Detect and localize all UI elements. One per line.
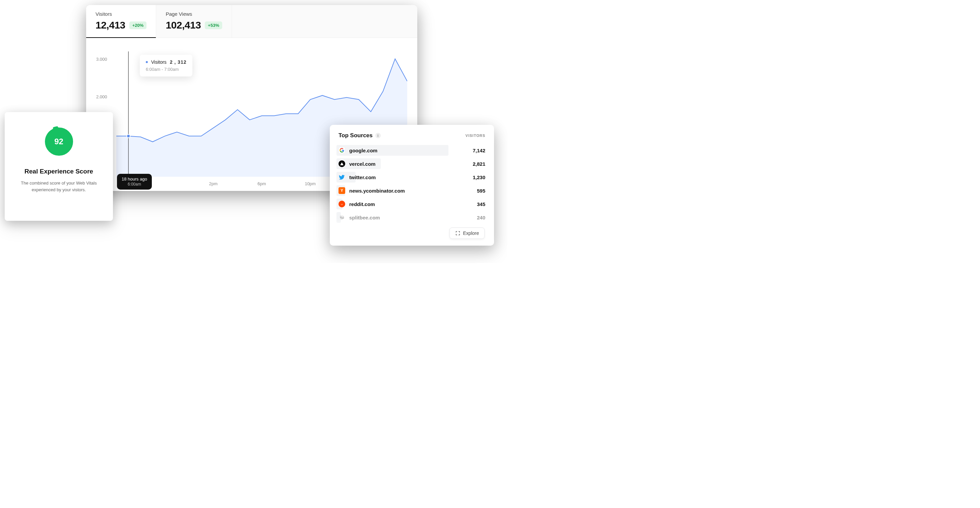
source-row[interactable]: vercel.com2,821 (330, 157, 494, 171)
score-title: Real Experience Score (24, 168, 93, 175)
svg-point-2 (340, 202, 344, 206)
source-name: twitter.com (349, 174, 376, 180)
delta-badge: +53% (205, 21, 222, 29)
top-sources-card: Top Sources i VISITORS google.com7,142ve… (330, 125, 494, 246)
y-tick-3000: 3.000 (96, 57, 107, 62)
tab-label: Visitors (95, 11, 146, 17)
source-name: splitbee.com (349, 215, 380, 220)
explore-button[interactable]: Explore (449, 227, 485, 239)
source-value: 345 (477, 201, 485, 207)
svg-point-4 (342, 204, 343, 204)
experience-score-card: 92 Real Experience Score The combined sc… (5, 112, 113, 221)
source-row[interactable]: google.com7,142 (330, 144, 494, 157)
source-value: 595 (477, 188, 485, 193)
delta-badge: +20% (129, 21, 147, 29)
score-gauge: 92 (41, 123, 77, 160)
source-name: reddit.com (349, 201, 375, 207)
y-tick-2000: 2.000 (96, 94, 107, 99)
source-name: google.com (349, 148, 377, 153)
time-marker-clock: 6:00am (122, 182, 147, 187)
score-description: The combined score of your Web Vitals ex… (13, 180, 104, 193)
chart-tooltip: Visitors 2 , 312 6:00am - 7:00am (140, 55, 192, 77)
x-tick-6pm: 6pm (258, 181, 266, 186)
hover-marker (127, 134, 130, 138)
source-row[interactable]: Ynews.ycombinator.com595 (330, 184, 494, 197)
source-row[interactable]: 🐝splitbee.com240 (330, 211, 494, 224)
source-name: news.ycombinator.com (349, 188, 405, 193)
x-tick-10pm: 10pm (305, 181, 316, 186)
explore-label: Explore (463, 230, 479, 236)
tooltip-series-value: 2 , 312 (170, 59, 187, 65)
time-marker-pill: 18 hours ago 6:00am (117, 174, 152, 190)
sources-title: Top Sources (339, 132, 373, 139)
source-value: 2,821 (473, 161, 485, 167)
tab-value: 12,413 (95, 19, 125, 31)
sources-header: Top Sources i VISITORS (330, 132, 494, 139)
source-value: 7,142 (473, 148, 485, 153)
tooltip-dot-icon (146, 61, 148, 63)
expand-icon (455, 230, 460, 236)
source-row[interactable]: twitter.com1,230 (330, 171, 494, 184)
tab-label: Page Views (165, 11, 222, 17)
source-value: 1,230 (473, 174, 485, 180)
tab-value: 102,413 (165, 19, 201, 31)
tooltip-series-name: Visitors (151, 59, 167, 65)
info-icon[interactable]: i (375, 133, 381, 138)
sources-column-header: VISITORS (466, 134, 485, 137)
source-row[interactable]: reddit.com345 (330, 197, 494, 211)
svg-point-3 (341, 204, 342, 204)
tooltip-time-range: 6:00am - 7:00am (146, 67, 186, 72)
source-value: 240 (477, 215, 485, 220)
source-name: vercel.com (349, 161, 375, 167)
metric-tabs: Visitors 12,413 +20% Page Views 102,413 … (86, 5, 417, 38)
time-marker-relative: 18 hours ago (122, 176, 147, 182)
tab-page-views[interactable]: Page Views 102,413 +53% (156, 5, 232, 38)
score-value: 92 (54, 137, 64, 146)
tab-visitors[interactable]: Visitors 12,413 +20% (86, 5, 156, 38)
x-tick-2pm: 2pm (209, 181, 218, 186)
